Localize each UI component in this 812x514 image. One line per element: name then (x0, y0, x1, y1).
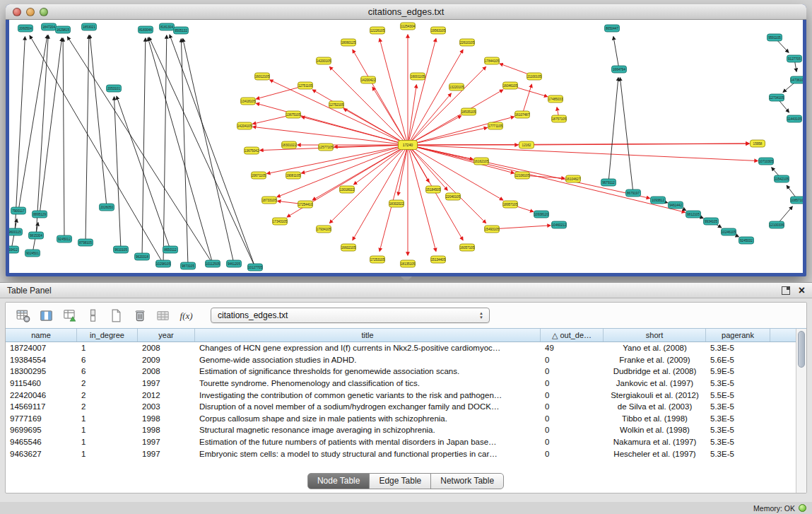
graph-node[interactable]: 7893412 (9, 246, 19, 253)
window-titlebar[interactable]: citations_edges.txt (6, 4, 806, 20)
graph-node[interactable]: 19563105 (431, 27, 446, 34)
graph-node[interactable]: 20671105 (252, 172, 266, 179)
new-document-icon[interactable] (106, 306, 126, 325)
graph-node[interactable]: 13418105 (241, 98, 256, 105)
graph-node[interactable]: 2026050 (100, 204, 114, 211)
graph-node[interactable]: 8650112 (163, 246, 178, 253)
show-columns-icon[interactable] (36, 306, 56, 325)
graph-node[interactable]: 10246105 (722, 228, 736, 235)
graph-node[interactable]: 14736105 (791, 76, 804, 83)
graph-node[interactable]: 2053101 (107, 85, 122, 92)
scrollbar-thumb[interactable] (798, 331, 805, 368)
table-row[interactable]: 1872400712008Changes of HCN gene express… (6, 342, 806, 354)
graph-node[interactable]: 15493105 (485, 226, 500, 233)
import-table-icon[interactable] (59, 306, 79, 325)
graph-node[interactable]: 9600115 (9, 228, 23, 235)
graph-node[interactable]: 10298105 (156, 260, 171, 267)
graph-node[interactable]: 1629815 (56, 26, 71, 33)
tab-edge-table[interactable]: Edge Table (369, 473, 431, 489)
graph-node[interactable]: 18733105 (262, 197, 277, 204)
graph-node[interactable]: 16162105 (474, 158, 489, 165)
graph-node[interactable]: 9505132 (174, 27, 189, 34)
tab-network-table[interactable]: Network Table (430, 473, 504, 489)
graph-node[interactable]: 17254410 (298, 201, 313, 208)
graph-node[interactable]: 11254304 (401, 23, 416, 30)
graph-node[interactable]: 9934105 (704, 218, 719, 225)
graph-node[interactable]: 11443105 (787, 115, 802, 122)
graph-node[interactable]: 9461205 (227, 260, 242, 267)
graph-node[interactable]: 17844105 (485, 57, 500, 64)
table-row[interactable]: 946554611997Estimation of the future num… (6, 436, 806, 448)
graph-node[interactable]: 14204105 (237, 122, 252, 129)
graph-node[interactable]: 12162 (519, 141, 534, 148)
graph-node[interactable]: 9024501 (25, 250, 40, 257)
graph-node[interactable]: 18060125 (341, 39, 356, 46)
graph-node[interactable]: 15184505 (426, 186, 441, 193)
graph-node[interactable]: 21100105 (527, 73, 542, 80)
delete-icon[interactable] (129, 306, 149, 325)
graph-node[interactable]: 10857105 (791, 197, 804, 204)
float-panel-icon[interactable] (782, 286, 790, 295)
graph-node[interactable]: 18301022 (282, 141, 297, 148)
graph-node[interactable]: 9620318 (135, 253, 150, 260)
table-mode-icon[interactable] (13, 306, 33, 325)
network-view[interactable]: 2060504184720416298151853021818304681813… (9, 20, 803, 273)
graph-node[interactable]: 17343105 (273, 218, 288, 225)
graph-node[interactable]: 10460212 (552, 221, 567, 228)
zoom-button[interactable] (40, 8, 48, 16)
graph-node[interactable]: 18535105 (461, 108, 476, 115)
graph-node[interactable]: 14200422 (361, 76, 376, 83)
close-panel-icon[interactable]: × (799, 286, 805, 296)
column-header-short[interactable]: short (604, 329, 706, 341)
table-row[interactable]: 1456911722003Disruption of a novel membe… (6, 401, 806, 413)
graph-node[interactable]: 16001105 (411, 73, 425, 80)
column-header-name[interactable]: name (6, 329, 77, 341)
graph-node[interactable]: 12577105 (319, 144, 334, 151)
graph-node[interactable]: 9812105 (686, 211, 701, 218)
graph-node[interactable]: 13675042 (245, 147, 259, 154)
column-header-in_degree[interactable]: in_degree (77, 329, 138, 341)
graph-node[interactable]: 9679112 (601, 179, 616, 186)
graph-node[interactable]: 13675105 (286, 111, 301, 118)
graph-node[interactable]: 17240 (399, 141, 418, 150)
graph-node[interactable]: 8650447 (605, 25, 620, 32)
graph-node[interactable]: 16057105 (460, 244, 475, 251)
graph-node[interactable]: 17934105 (317, 226, 331, 233)
graph-node[interactable]: 19081105 (286, 172, 301, 179)
graph-node[interactable]: 9461442 (669, 201, 683, 209)
table-row[interactable]: 911546021997Tourette syndrome. Phenomeno… (6, 378, 806, 390)
graph-node[interactable]: 10127705 (248, 264, 263, 271)
graph-node[interactable]: 22040105 (446, 193, 461, 200)
function-builder-icon[interactable]: f(x) (176, 306, 196, 325)
graph-node[interactable]: 16107487 (515, 111, 530, 118)
graph-node[interactable]: 13018022 (340, 186, 355, 193)
graph-node[interactable]: 17253105 (370, 256, 385, 263)
row-selector-icon[interactable] (83, 306, 102, 325)
graph-node[interactable]: 9815304 (29, 232, 44, 239)
window-resize-grip[interactable] (401, 276, 412, 282)
graph-node[interactable]: 7900117 (11, 207, 26, 214)
graph-node[interactable]: 9610105 (114, 246, 129, 253)
table-row[interactable]: 946362711997Embryonic stem cells: a mode… (6, 448, 806, 460)
graph-node[interactable]: 11542105 (775, 175, 789, 182)
graph-node[interactable]: 12226105 (370, 27, 385, 34)
graph-node[interactable]: 16012105 (255, 73, 270, 80)
graph-node[interactable]: 8181304 (160, 23, 175, 30)
graph-node[interactable]: 12106105 (515, 172, 530, 179)
graph-node[interactable]: 1093812 (651, 197, 666, 204)
graph-node[interactable]: 18757105 (552, 115, 567, 122)
graph-node[interactable]: 15958 (751, 140, 765, 147)
table-selector[interactable]: citations_edges.txt ▲▼ (211, 308, 490, 323)
table-row[interactable]: 1938455462009Genome-wide association stu… (6, 354, 806, 366)
graph-node[interactable]: 12752105 (329, 101, 344, 108)
graph-node[interactable]: 10112505 (206, 260, 220, 267)
table-disabled-icon[interactable] (153, 306, 172, 325)
graph-node[interactable]: 10938120 (534, 211, 549, 218)
column-header-pagerank[interactable]: pagerank (706, 329, 770, 341)
column-header-year[interactable]: year (138, 329, 195, 341)
graph-node[interactable]: 2060504 (18, 25, 33, 32)
graph-node[interactable]: 8895129 (33, 211, 47, 218)
column-header-out_de[interactable]: △ out_de… (541, 329, 604, 341)
tab-node-table[interactable]: Node Table (307, 473, 370, 489)
graph-node[interactable]: 12751105 (298, 82, 313, 89)
